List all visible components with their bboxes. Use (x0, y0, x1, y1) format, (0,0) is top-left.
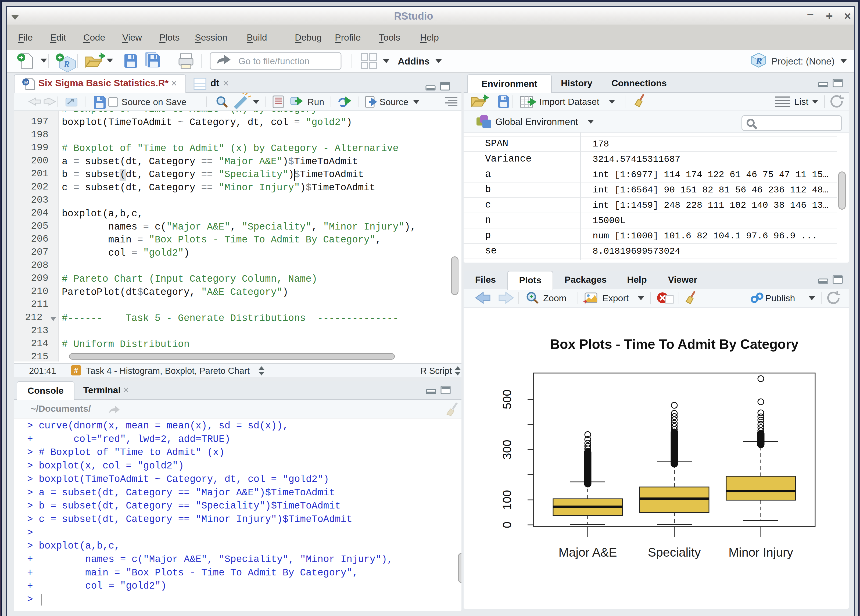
svg-text:Box Plots - Time To Admit By C: Box Plots - Time To Admit By Category (550, 337, 799, 352)
svg-text:0: 0 (501, 522, 513, 528)
svg-text:Import Dataset: Import Dataset (539, 96, 599, 107)
svg-text:Source: Source (380, 97, 408, 107)
svg-text:Source on Save: Source on Save (121, 97, 187, 107)
svg-text:Major A&E: Major A&E (559, 545, 617, 559)
svg-text:R: R (63, 59, 70, 69)
svg-text:Addins: Addins (398, 56, 430, 66)
svg-text:List: List (794, 96, 808, 107)
svg-text:Publish: Publish (765, 293, 795, 303)
svg-text:Zoom: Zoom (543, 293, 567, 303)
svg-text:300: 300 (501, 440, 513, 459)
svg-text:Export: Export (602, 293, 629, 303)
svg-text:100: 100 (501, 490, 513, 509)
svg-text:Run: Run (308, 97, 324, 107)
svg-text:Minor Injury: Minor Injury (728, 545, 793, 559)
svg-text:500: 500 (501, 390, 513, 409)
svg-text:Speciality: Speciality (648, 545, 701, 559)
svg-text:R: R (756, 56, 762, 66)
svg-text:Go to file/function: Go to file/function (239, 56, 309, 66)
svg-text:R: R (24, 80, 28, 85)
svg-text:Project: (None): Project: (None) (771, 56, 835, 66)
